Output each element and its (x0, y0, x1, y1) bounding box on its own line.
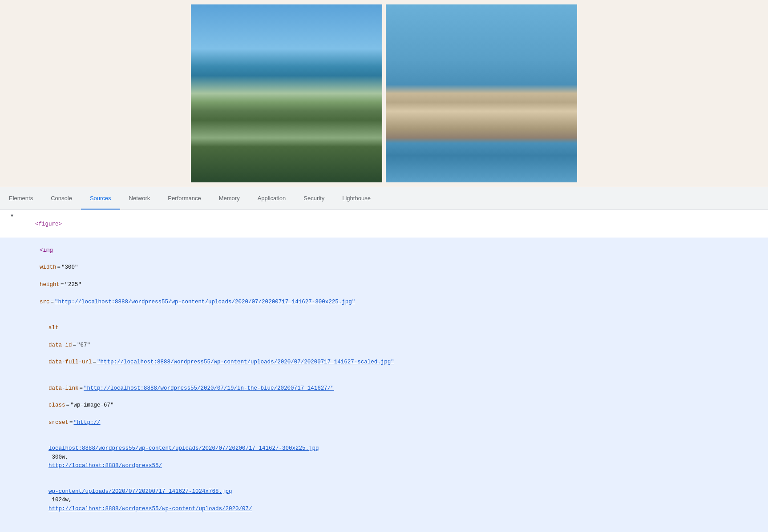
tab-console[interactable]: Console (42, 187, 81, 210)
img1-alt-content: alt data-id="67" data-full-url="http://l… (28, 315, 768, 376)
code-panel: ▼ <figure> <img width="300" height="225"… (0, 210, 768, 532)
image-gallery (191, 4, 577, 182)
gallery-image-2 (386, 4, 577, 182)
tab-performance[interactable]: Performance (159, 187, 210, 210)
figure-tag-open: <figure> (15, 212, 768, 238)
img1-line5: wp-content/uploads/2020/07/20200717_1416… (0, 479, 768, 522)
img1-line4: localhost:8888/wordpress55/wp-content/up… (0, 436, 768, 479)
figure-open-line: ▼ <figure> (0, 212, 768, 238)
tab-security-label: Security (303, 195, 324, 202)
tab-elements-label: Elements (9, 195, 33, 202)
tab-application-label: Application (258, 195, 286, 202)
tab-memory-label: Memory (219, 195, 240, 202)
webpage-preview (0, 0, 768, 187)
img1-line2: alt data-id="67" data-full-url="http://l… (0, 315, 768, 376)
tab-application[interactable]: Application (249, 187, 295, 210)
img1-line3: data-link="http://localhost:8888/wordpre… (0, 375, 768, 436)
tab-sources-label: Sources (90, 195, 111, 202)
img1-line6: 20200717_141627-768x576.jpg 768w, http:/… (0, 522, 768, 532)
tab-lighthouse-label: Lighthouse (342, 195, 371, 202)
gallery-image-1 (191, 4, 382, 182)
tab-elements[interactable]: Elements (0, 187, 42, 210)
devtools-tabs: Elements Console Sources Network Perform… (0, 187, 768, 210)
toggle-arrow-figure1[interactable]: ▼ (11, 213, 13, 220)
tab-network[interactable]: Network (120, 187, 159, 210)
img1-srcset2: wp-content/uploads/2020/07/20200717_1416… (28, 479, 768, 522)
rocks-formation-image (386, 4, 577, 182)
img1-datalink-content: data-link="http://localhost:8888/wordpre… (28, 375, 768, 436)
tab-lighthouse[interactable]: Lighthouse (333, 187, 380, 210)
img1-line1: <img width="300" height="225" src="http:… (0, 238, 768, 315)
tab-memory[interactable]: Memory (210, 187, 249, 210)
tab-security[interactable]: Security (295, 187, 333, 210)
capri-landscape-image (191, 4, 382, 182)
img1-tag-content: <img width="300" height="225" src="http:… (20, 238, 768, 315)
img1-srcset3: 20200717_141627-768x576.jpg 768w, http:/… (28, 522, 768, 532)
tab-sources[interactable]: Sources (81, 187, 120, 210)
img1-srcset1: localhost:8888/wordpress55/wp-content/up… (28, 436, 768, 479)
tab-network-label: Network (129, 195, 150, 202)
tab-console-label: Console (51, 195, 72, 202)
tab-performance-label: Performance (168, 195, 201, 202)
